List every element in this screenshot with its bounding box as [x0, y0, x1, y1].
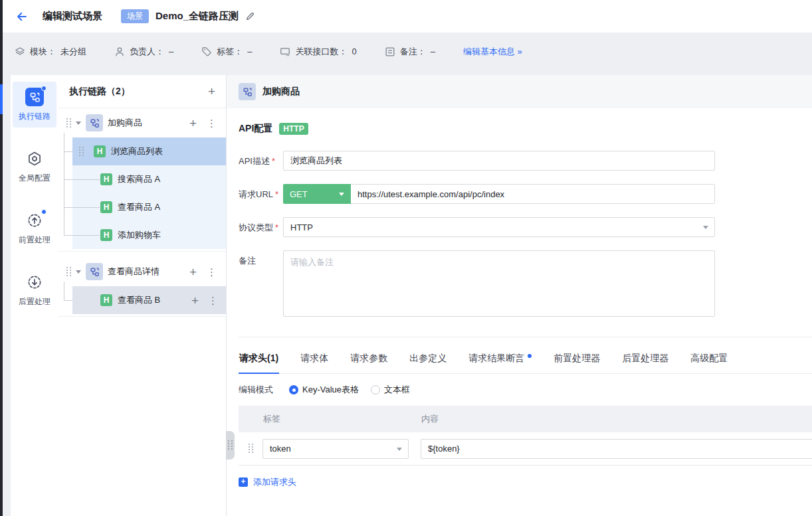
- tab-request-params[interactable]: 请求参数: [350, 353, 388, 373]
- info-linked-api-count: 关联接口数： 0: [280, 46, 356, 58]
- add-node-plus-icon[interactable]: +: [189, 266, 197, 278]
- tree-node[interactable]: H 添加购物车: [72, 221, 226, 249]
- info-tags: 标签： –: [201, 46, 252, 58]
- tab-output-params[interactable]: 出参定义: [409, 353, 447, 373]
- info-module: 模块： 未分组: [15, 46, 86, 58]
- node-config-content: API配置 HTTP API描述 请求URL GET: [227, 108, 812, 516]
- collapsed-edge-strip[interactable]: [0, 0, 3, 516]
- panel-resize-handle[interactable]: [226, 431, 235, 460]
- info-owner: 负责人： –: [114, 46, 173, 58]
- tree-node-label: 浏览商品列表: [111, 145, 226, 157]
- required-asterisk: [270, 156, 275, 166]
- group-actions: + ⋮: [189, 117, 217, 129]
- radio-textbox[interactable]: 文本框: [371, 384, 410, 396]
- drag-handle-icon[interactable]: [79, 147, 84, 157]
- tab-request-headers[interactable]: 请求头(1): [239, 353, 279, 373]
- sidebar-item-execution-chain[interactable]: 执行链路: [13, 82, 56, 128]
- notification-dot: [528, 354, 532, 358]
- info-value: –: [169, 46, 173, 56]
- tree-group-row[interactable]: 查看商品详情 + ⋮: [58, 257, 226, 286]
- drag-handle-icon[interactable]: [249, 444, 253, 454]
- header-key-value: token: [270, 444, 291, 454]
- chevron-down-icon: [703, 226, 708, 229]
- back-button[interactable]: [15, 9, 29, 24]
- request-config-tabs: 请求头(1) 请求体 请求参数 出参定义 请求结果断言 前置处理器 后置处理器 …: [239, 353, 812, 374]
- http-node-icon: H: [94, 145, 106, 157]
- protocol-badge: HTTP: [279, 123, 308, 135]
- app-window: 编辑测试场景 场景 Demo_全链路压测 模块： 未分组 负责人： – 标签：: [0, 0, 812, 516]
- protocol-select[interactable]: HTTP: [283, 217, 715, 237]
- edge-scroll-thumb[interactable]: [0, 84, 3, 114]
- more-actions-icon[interactable]: ⋮: [207, 267, 217, 277]
- more-actions-icon[interactable]: ⋮: [207, 118, 217, 128]
- protocol-value: HTTP: [290, 222, 313, 232]
- sidebar-item-pre-process[interactable]: 前置处理: [13, 205, 56, 251]
- tree-group-row[interactable]: 加购商品 + ⋮: [58, 108, 226, 137]
- request-url-input[interactable]: [351, 184, 715, 204]
- add-request-header-label: 添加请求头: [253, 476, 296, 488]
- info-remark: 备注： –: [385, 46, 435, 58]
- arrow-left-icon: [16, 11, 28, 23]
- sidebar-item-post-process[interactable]: 后置处理: [13, 267, 56, 313]
- chevron-down-icon: [339, 193, 344, 196]
- column-header-value: 内容: [421, 413, 439, 425]
- form-row-api-desc: API描述: [239, 151, 812, 171]
- add-chain-plus-icon[interactable]: +: [208, 85, 215, 98]
- chevron-down-icon[interactable]: [76, 270, 81, 274]
- form-row-request-url: 请求URL GET: [239, 184, 812, 204]
- main-panel: 加购商品 API配置 HTTP API描述 请求URL: [227, 75, 812, 516]
- tree-node-hovered[interactable]: H 查看商品 B + ⋮: [72, 286, 226, 314]
- tree-children: H 浏览商品列表 H 搜索商品 A H 查看商品 A H 添加购物车: [72, 137, 226, 249]
- radio-label: Key-Value表格: [302, 384, 359, 396]
- edit-basic-info-link[interactable]: 编辑基本信息 »: [463, 46, 522, 58]
- table-row: token: [239, 432, 812, 466]
- add-request-header-link[interactable]: + 添加请求头: [239, 476, 812, 488]
- tree-node-label: 添加购物车: [118, 229, 226, 241]
- chevron-down-icon[interactable]: [76, 122, 81, 125]
- edit-name-pencil-icon[interactable]: [245, 11, 255, 21]
- scene-type-badge: 场景: [121, 9, 149, 23]
- info-label: 负责人：: [130, 46, 164, 58]
- tab-advanced-config[interactable]: 高级配置: [690, 353, 728, 373]
- global-config-icon: [25, 149, 44, 168]
- tree-header: 执行链路（2） +: [58, 75, 226, 108]
- section-title: API配置: [239, 123, 272, 135]
- info-value: –: [431, 46, 435, 56]
- sidebar-item-global-config[interactable]: 全局配置: [13, 143, 56, 189]
- tab-post-processor[interactable]: 后置处理器: [621, 353, 669, 373]
- tab-pre-processor[interactable]: 前置处理器: [553, 353, 601, 373]
- api-config-section-head: API配置 HTTP: [239, 123, 812, 135]
- flow-icon: [239, 83, 256, 100]
- tree-node[interactable]: H 查看商品 A: [72, 193, 226, 221]
- info-value: –: [247, 46, 252, 56]
- header-value-input[interactable]: [421, 439, 812, 459]
- group-actions: + ⋮: [189, 266, 217, 278]
- notification-dot: [41, 86, 47, 91]
- flow-icon: [86, 114, 103, 131]
- radio-keyvalue-table[interactable]: Key-Value表格: [289, 384, 359, 396]
- tab-request-body[interactable]: 请求体: [300, 353, 329, 373]
- http-node-icon: H: [100, 229, 112, 241]
- http-node-icon: H: [100, 294, 112, 306]
- more-actions-icon[interactable]: ⋮: [208, 296, 218, 305]
- scenario-name: Demo_全链路压测: [155, 10, 239, 23]
- drag-handle-icon[interactable]: [66, 118, 71, 128]
- linked-api-icon: [280, 46, 290, 57]
- radio-selected-icon: [289, 385, 298, 394]
- tab-result-assertion[interactable]: 请求结果断言: [468, 353, 532, 373]
- sidebar-item-label: 后置处理: [19, 296, 51, 307]
- section-divider: [239, 337, 812, 337]
- drag-handle-icon: [228, 440, 233, 450]
- tree-node[interactable]: H 搜索商品 A: [72, 165, 226, 193]
- add-node-plus-icon[interactable]: +: [189, 117, 197, 129]
- tree-node-selected[interactable]: H 浏览商品列表: [72, 137, 226, 165]
- add-node-plus-icon[interactable]: +: [191, 294, 199, 307]
- http-method-select[interactable]: GET: [283, 184, 351, 204]
- api-desc-input[interactable]: [283, 151, 715, 171]
- remark-textarea[interactable]: [283, 250, 715, 317]
- node-title: 加购商品: [262, 86, 300, 98]
- field-label: 协议类型: [239, 217, 283, 234]
- form-row-remark: 备注: [239, 250, 812, 317]
- drag-handle-icon[interactable]: [66, 267, 71, 277]
- header-key-select[interactable]: token: [262, 439, 409, 459]
